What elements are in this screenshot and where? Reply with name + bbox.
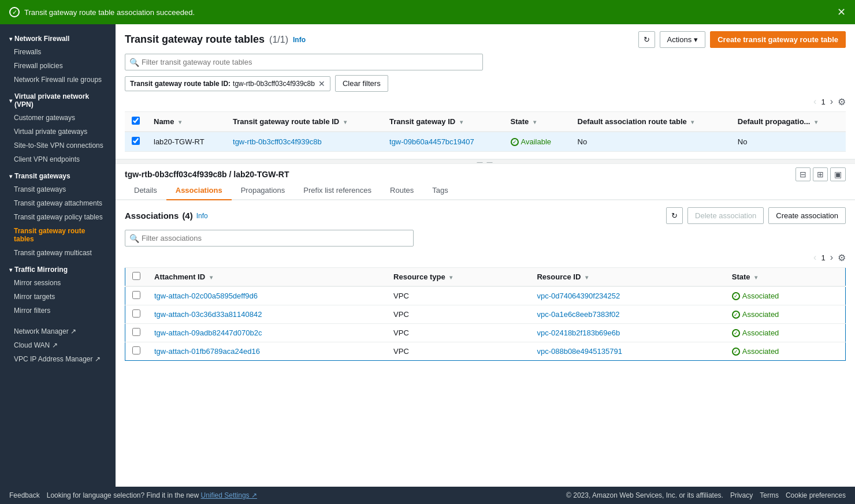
success-icon: ✓ bbox=[9, 7, 20, 17]
select-all-checkbox[interactable] bbox=[132, 117, 140, 125]
filter-tag: Transit gateway route table ID: tgw-rtb-… bbox=[125, 76, 330, 91]
row-default-assoc: No bbox=[571, 132, 731, 152]
sidebar-item-client-vpn[interactable]: Client VPN endpoints bbox=[0, 152, 116, 166]
privacy-link[interactable]: Privacy bbox=[730, 491, 753, 499]
assoc-resource-id[interactable]: vpc-0a1e6c8eeb7383f02 bbox=[537, 310, 619, 319]
assoc-attachment-id[interactable]: tgw-attach-02c00a5895deff9d6 bbox=[154, 292, 258, 300]
assoc-table-settings-button[interactable]: ⚙ bbox=[838, 252, 846, 263]
search-wrapper: 🔍 bbox=[125, 54, 483, 70]
sidebar-item-virtual-private-gateways[interactable]: Virtual private gateways bbox=[0, 125, 116, 139]
col-default-prop: Default propagatio... ▾ bbox=[731, 112, 846, 132]
cookie-preferences-link[interactable]: Cookie preferences bbox=[786, 491, 846, 499]
assoc-resource-type: VPC bbox=[386, 286, 530, 305]
sidebar-item-site-to-site-vpn[interactable]: Site-to-Site VPN connections bbox=[0, 139, 116, 152]
sidebar-item-nfw-rule-groups[interactable]: Network Firewall rule groups bbox=[0, 73, 116, 87]
assoc-state-icon: ✓ bbox=[732, 329, 740, 337]
associations-title: Associations (4) Info bbox=[125, 211, 208, 221]
sidebar-item-tgw-policy-tables[interactable]: Transit gateway policy tables bbox=[0, 210, 116, 224]
associations-refresh-button[interactable]: ↻ bbox=[666, 207, 683, 224]
assoc-prev-page-button[interactable]: ‹ bbox=[811, 251, 819, 264]
assoc-col-attachment-id: Attachment ID ▾ bbox=[147, 268, 386, 287]
tab-details[interactable]: Details bbox=[125, 181, 166, 200]
associations-info-link[interactable]: Info bbox=[196, 212, 208, 220]
banner-close-button[interactable]: ✕ bbox=[837, 6, 846, 18]
search-input[interactable] bbox=[125, 54, 483, 70]
sidebar-section-network-firewall[interactable]: ▾ Network Firewall bbox=[0, 29, 116, 45]
row-transit-gateway-id: tgw-09b60a4457bc19407 bbox=[382, 132, 504, 152]
assoc-row-checkbox[interactable] bbox=[132, 346, 140, 354]
filter-tag-key: Transit gateway route table ID: bbox=[130, 80, 231, 88]
delete-association-button[interactable]: Delete association bbox=[687, 207, 764, 224]
assoc-resource-id[interactable]: vpc-0d74064390f234252 bbox=[537, 292, 620, 300]
assoc-resource-type: VPC bbox=[386, 324, 530, 342]
sidebar-item-mirror-targets[interactable]: Mirror targets bbox=[0, 290, 116, 304]
assoc-state-icon: ✓ bbox=[732, 292, 740, 300]
tab-prefix-list-references[interactable]: Prefix list references bbox=[294, 181, 381, 200]
row-state: ✓ Available bbox=[504, 132, 571, 152]
actions-button[interactable]: Actions ▾ bbox=[660, 31, 706, 48]
terms-link[interactable]: Terms bbox=[760, 491, 779, 499]
sidebar-item-network-manager[interactable]: Network Manager ↗ bbox=[0, 324, 116, 338]
assoc-next-page-button[interactable]: › bbox=[828, 251, 835, 264]
next-page-button[interactable]: › bbox=[828, 95, 835, 108]
page-title: Transit gateway route tables (1/1) Info bbox=[125, 33, 306, 46]
associations-search-input[interactable] bbox=[125, 230, 414, 247]
refresh-button[interactable]: ↻ bbox=[638, 31, 655, 48]
create-association-button[interactable]: Create association bbox=[768, 207, 846, 224]
sidebar-item-vpc-ip-address-manager[interactable]: VPC IP Address Manager ↗ bbox=[0, 352, 116, 366]
tab-routes[interactable]: Routes bbox=[381, 181, 423, 200]
tab-associations[interactable]: Associations bbox=[166, 181, 232, 200]
assoc-row[interactable]: tgw-attach-03c36d33a81140842 VPC vpc-0a1… bbox=[125, 305, 846, 324]
tab-tags[interactable]: Tags bbox=[423, 181, 457, 200]
table-row[interactable]: lab20-TGW-RT tgw-rtb-0b3cff03c4f939c8b t… bbox=[125, 132, 846, 152]
sidebar-section-traffic-mirroring[interactable]: ▾ Traffic Mirroring bbox=[0, 260, 116, 276]
associations-panel: Associations (4) Info ↻ Delete associati… bbox=[116, 200, 855, 487]
sidebar-item-firewalls[interactable]: Firewalls bbox=[0, 45, 116, 59]
associations-table-wrapper: Attachment ID ▾ Resource type ▾ Resource… bbox=[125, 267, 846, 361]
sidebar-item-transit-gateways[interactable]: Transit gateways bbox=[0, 182, 116, 196]
route-tables-table: Name ▾ Transit gateway route table ID ▾ … bbox=[125, 111, 846, 152]
language-notice: Looking for language selection? Find it … bbox=[47, 491, 257, 499]
assoc-row[interactable]: tgw-attach-02c00a5895deff9d6 VPC vpc-0d7… bbox=[125, 286, 846, 305]
copyright: © 2023, Amazon Web Services, Inc. or its… bbox=[566, 491, 723, 499]
assoc-row[interactable]: tgw-attach-09adb82447d070b2c VPC vpc-024… bbox=[125, 324, 846, 342]
sidebar-item-tgw-route-tables[interactable]: Transit gateway route tables bbox=[0, 224, 116, 246]
table-settings-button[interactable]: ⚙ bbox=[838, 96, 846, 107]
sidebar-item-tgw-multicast[interactable]: Transit gateway multicast bbox=[0, 246, 116, 260]
create-route-table-button[interactable]: Create transit gateway route table bbox=[710, 31, 846, 48]
split-view-horizontal-button[interactable]: ⊟ bbox=[795, 167, 811, 181]
feedback-button[interactable]: Feedback bbox=[9, 491, 40, 499]
assoc-select-all-checkbox[interactable] bbox=[132, 272, 140, 280]
clear-filters-button[interactable]: Clear filters bbox=[335, 75, 388, 92]
sidebar-item-tgw-attachments[interactable]: Transit gateway attachments bbox=[0, 196, 116, 210]
assoc-row[interactable]: tgw-attach-01fb6789aca24ed16 VPC vpc-088… bbox=[125, 342, 846, 361]
full-view-button[interactable]: ▣ bbox=[830, 167, 846, 181]
row-checkbox[interactable] bbox=[132, 137, 140, 145]
assoc-col-state: State ▾ bbox=[725, 268, 846, 287]
assoc-row-checkbox[interactable] bbox=[132, 291, 140, 299]
sidebar-item-firewall-policies[interactable]: Firewall policies bbox=[0, 59, 116, 73]
info-link[interactable]: Info bbox=[293, 36, 306, 44]
assoc-attachment-id[interactable]: tgw-attach-09adb82447d070b2c bbox=[154, 328, 262, 337]
sidebar-item-customer-gateways[interactable]: Customer gateways bbox=[0, 111, 116, 125]
assoc-resource-id[interactable]: vpc-088b08e4945135791 bbox=[537, 347, 622, 356]
tab-propagations[interactable]: Propagations bbox=[232, 181, 295, 200]
sidebar-section-transit-gateways[interactable]: ▾ Transit gateways bbox=[0, 166, 116, 182]
sidebar-section-vpn[interactable]: ▾ Virtual private network (VPN) bbox=[0, 87, 116, 111]
resize-handle[interactable]: — — bbox=[116, 159, 855, 164]
assoc-resource-id[interactable]: vpc-02418b2f183b69e6b bbox=[537, 328, 620, 337]
assoc-col-resource-id: Resource ID ▾ bbox=[530, 268, 724, 287]
unified-settings-link[interactable]: Unified Settings ↗ bbox=[201, 491, 257, 499]
sidebar-item-mirror-sessions[interactable]: Mirror sessions bbox=[0, 276, 116, 290]
sidebar-item-mirror-filters[interactable]: Mirror filters bbox=[0, 304, 116, 318]
assoc-row-checkbox[interactable] bbox=[132, 328, 140, 336]
assoc-row-checkbox[interactable] bbox=[132, 309, 140, 318]
assoc-attachment-id[interactable]: tgw-attach-01fb6789aca24ed16 bbox=[154, 347, 260, 356]
assoc-attachment-id[interactable]: tgw-attach-03c36d33a81140842 bbox=[154, 310, 262, 319]
split-view-vertical-button[interactable]: ⊞ bbox=[813, 167, 828, 181]
row-route-table-id: tgw-rtb-0b3cff03c4f939c8b bbox=[226, 132, 382, 152]
prev-page-button[interactable]: ‹ bbox=[811, 95, 819, 108]
filter-tag-remove-button[interactable]: ✕ bbox=[318, 79, 325, 88]
sidebar-item-cloud-wan[interactable]: Cloud WAN ↗ bbox=[0, 338, 116, 352]
assoc-col-resource-type: Resource type ▾ bbox=[386, 268, 530, 287]
